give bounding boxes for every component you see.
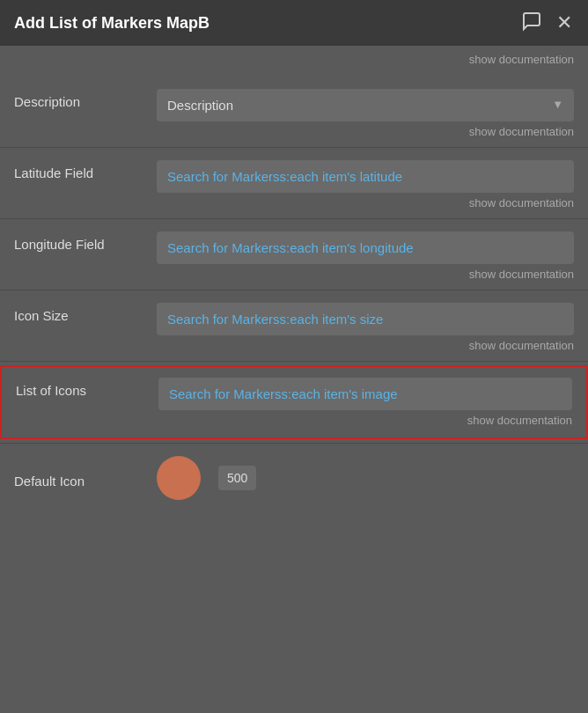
description-field-inner: Description Description ▼: [0, 77, 588, 121]
list-of-icons-field-row: List of Icons Search for Markerss:each i…: [0, 365, 588, 439]
latitude-label: Latitude Field: [14, 160, 146, 193]
title-bar: Add List of Markers MapB ✕: [0, 0, 588, 46]
latitude-link-text: Search for Markerss:each item's latitude: [167, 169, 402, 184]
description-dropdown[interactable]: Description ▼: [157, 89, 574, 121]
longitude-label: Longitude Field: [14, 232, 146, 264]
window: Add List of Markers MapB ✕ show document…: [0, 0, 588, 713]
icon-size-label: Icon Size: [14, 303, 146, 335]
list-of-icons-label: List of Icons: [16, 378, 148, 410]
title-bar-actions: ✕: [519, 9, 574, 37]
top-show-documentation[interactable]: show documentation: [0, 46, 588, 77]
dropdown-arrow-icon: ▼: [552, 97, 563, 113]
latitude-field-inner: Latitude Field Search for Markerss:each …: [0, 148, 588, 193]
default-icon-avatar[interactable]: [157, 456, 201, 500]
list-of-icons-show-doc[interactable]: show documentation: [2, 410, 586, 437]
list-of-icons-link-text: Search for Markerss:each item's image: [169, 386, 398, 401]
list-of-icons-field-inner: List of Icons Search for Markerss:each i…: [2, 367, 586, 410]
description-show-doc[interactable]: show documentation: [0, 121, 588, 147]
longitude-show-doc[interactable]: show documentation: [0, 264, 588, 290]
longitude-link-text: Search for Markerss:each item's longitud…: [167, 240, 414, 255]
icon-size-show-doc[interactable]: show documentation: [0, 335, 588, 361]
icon-size-field-row: Icon Size Search for Markerss:each item'…: [0, 290, 588, 361]
description-dropdown-value: Description: [167, 96, 233, 114]
description-field-row: Description Description ▼ show documenta…: [0, 77, 588, 147]
window-title: Add List of Markers MapB: [14, 14, 209, 33]
longitude-field-row: Longitude Field Search for Markerss:each…: [0, 219, 588, 290]
divider-4: [0, 361, 588, 362]
default-icon-label: Default Icon: [14, 468, 146, 489]
close-button[interactable]: ✕: [555, 11, 574, 34]
longitude-field-inner: Longitude Field Search for Markerss:each…: [0, 219, 588, 264]
icon-size-field-inner: Icon Size Search for Markerss:each item'…: [0, 290, 588, 335]
latitude-show-doc[interactable]: show documentation: [0, 193, 588, 218]
content-area: show documentation Description Descripti…: [0, 46, 588, 713]
latitude-field-row: Latitude Field Search for Markerss:each …: [0, 148, 588, 218]
default-icon-row: Default Icon 500: [0, 444, 588, 500]
latitude-value[interactable]: Search for Markerss:each item's latitude: [157, 160, 574, 193]
icon-size-link-text: Search for Markerss:each item's size: [167, 312, 383, 327]
size-badge: 500: [218, 466, 256, 490]
icon-size-value[interactable]: Search for Markerss:each item's size: [157, 303, 574, 335]
longitude-value[interactable]: Search for Markerss:each item's longitud…: [157, 232, 574, 264]
description-label: Description: [14, 89, 146, 121]
list-of-icons-value[interactable]: Search for Markerss:each item's image: [158, 378, 572, 410]
comment-button[interactable]: [519, 9, 544, 37]
